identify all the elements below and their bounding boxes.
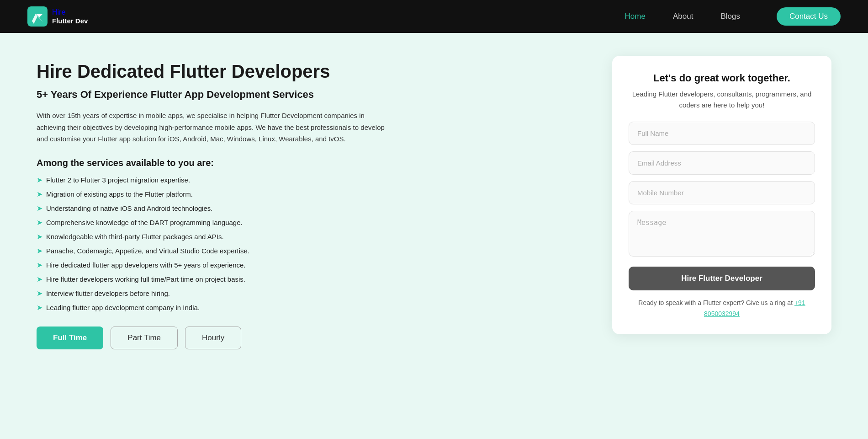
logo-hire: Hire — [52, 8, 88, 16]
chevron-right-icon: ➤ — [37, 232, 42, 241]
nav-links: Home About Blogs Contact Us — [625, 7, 841, 26]
chevron-right-icon: ➤ — [37, 176, 42, 184]
logo-flutter-dev: Flutter Dev — [52, 17, 88, 25]
chevron-right-icon: ➤ — [37, 246, 42, 255]
form-footer-text: Ready to speak with a Flutter expert? Gi… — [638, 299, 793, 306]
full-time-button[interactable]: Full Time — [37, 327, 103, 349]
service-text: Migration of existing apps to the Flutte… — [46, 190, 193, 198]
page-content: Hire Dedicated Flutter Developers 5+ Yea… — [0, 33, 868, 377]
sub-heading: 5+ Years Of Experience Flutter App Devel… — [37, 89, 585, 101]
left-column: Hire Dedicated Flutter Developers 5+ Yea… — [37, 56, 585, 349]
list-item: ➤Migration of existing apps to the Flutt… — [37, 190, 585, 198]
service-text: Hire dedicated flutter app developers wi… — [46, 261, 246, 269]
logo-icon — [27, 6, 48, 27]
list-item: ➤Hire flutter developers working full ti… — [37, 275, 585, 284]
nav-blogs[interactable]: Blogs — [720, 12, 740, 21]
chevron-right-icon: ➤ — [37, 303, 42, 312]
list-item: ➤Leading flutter app development company… — [37, 303, 585, 312]
chevron-right-icon: ➤ — [37, 218, 42, 227]
hire-flutter-developer-button[interactable]: Hire Flutter Developer — [629, 267, 815, 290]
service-text: Understanding of native iOS and Android … — [46, 204, 212, 212]
list-item: ➤Comprehensive knowledge of the DART pro… — [37, 218, 585, 227]
list-item: ➤Panache, Codemagic, Appetize, and Virtu… — [37, 246, 585, 255]
chevron-right-icon: ➤ — [37, 275, 42, 284]
nav-home[interactable]: Home — [625, 12, 646, 21]
description: With over 15th years of expertise in mob… — [37, 110, 393, 145]
service-text: Flutter 2 to Flutter 3 project migration… — [46, 176, 190, 184]
email-input[interactable] — [629, 151, 815, 175]
logo-link[interactable]: Hire Flutter Dev — [27, 6, 88, 27]
list-item: ➤Hire dedicated flutter app developers w… — [37, 261, 585, 269]
service-text: Leading flutter app development company … — [46, 304, 200, 311]
service-text: Interview flutter developers before hiri… — [46, 289, 170, 297]
list-item: ➤Knowledgeable with third-party Flutter … — [37, 232, 585, 241]
logo-text: Hire Flutter Dev — [52, 8, 88, 25]
message-input[interactable] — [629, 211, 815, 257]
contact-us-button[interactable]: Contact Us — [777, 7, 841, 26]
full-name-input[interactable] — [629, 122, 815, 145]
hourly-button[interactable]: Hourly — [185, 327, 241, 349]
service-text: Knowledgeable with third-party Flutter p… — [46, 233, 224, 241]
mobile-input[interactable] — [629, 181, 815, 204]
service-text: Comprehensive knowledge of the DART prog… — [46, 219, 243, 226]
form-title: Let's do great work together. — [629, 72, 815, 84]
part-time-button[interactable]: Part Time — [111, 327, 178, 349]
services-heading: Among the services available to you are: — [37, 158, 585, 168]
service-text: Hire flutter developers working full tim… — [46, 275, 245, 283]
chevron-right-icon: ➤ — [37, 204, 42, 213]
list-item: ➤Understanding of native iOS and Android… — [37, 204, 585, 213]
main-heading: Hire Dedicated Flutter Developers — [37, 60, 585, 82]
chevron-right-icon: ➤ — [37, 190, 42, 198]
services-list: ➤Flutter 2 to Flutter 3 project migratio… — [37, 176, 585, 312]
right-column: Let's do great work together. Leading Fl… — [612, 56, 831, 349]
navbar: Hire Flutter Dev Home About Blogs Contac… — [0, 0, 868, 33]
service-text: Panache, Codemagic, Appetize, and Virtua… — [46, 247, 249, 255]
form-subtitle: Leading Flutter developers, consultants,… — [629, 89, 815, 111]
form-footer: Ready to speak with a Flutter expert? Gi… — [629, 298, 815, 320]
list-item: ➤Flutter 2 to Flutter 3 project migratio… — [37, 176, 585, 184]
chevron-right-icon: ➤ — [37, 289, 42, 298]
button-group: Full Time Part Time Hourly — [37, 327, 585, 349]
chevron-right-icon: ➤ — [37, 261, 42, 269]
nav-about[interactable]: About — [673, 12, 693, 21]
list-item: ➤Interview flutter developers before hir… — [37, 289, 585, 298]
contact-form-card: Let's do great work together. Leading Fl… — [612, 56, 831, 334]
